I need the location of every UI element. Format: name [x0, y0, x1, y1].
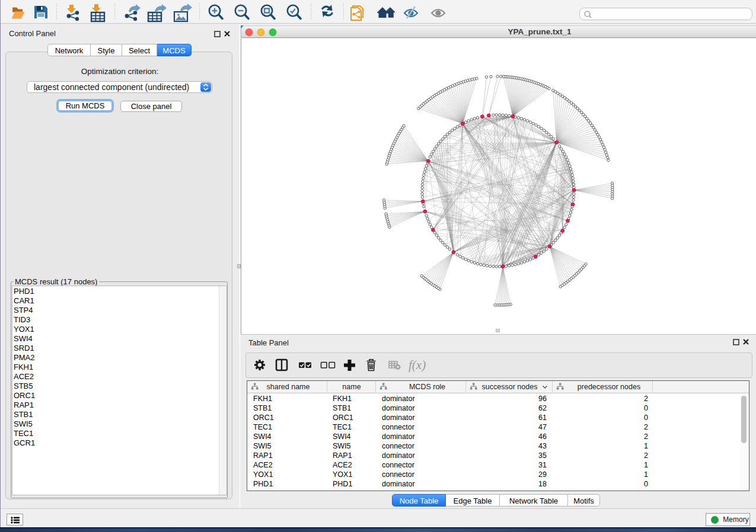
svg-text:f(x): f(x) [409, 358, 426, 372]
